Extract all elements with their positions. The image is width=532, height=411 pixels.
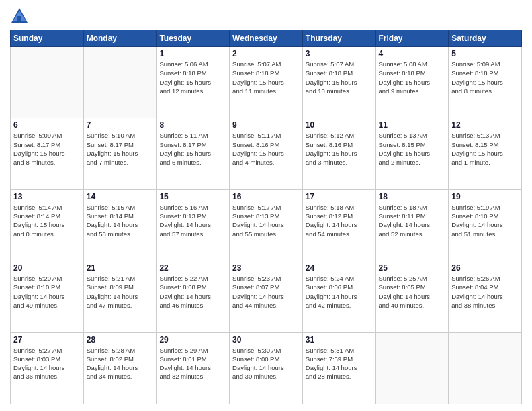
- day-info: Sunrise: 5:22 AM Sunset: 8:08 PM Dayligh…: [159, 274, 226, 310]
- day-info: Sunrise: 5:18 AM Sunset: 8:12 PM Dayligh…: [306, 203, 373, 238]
- calendar-cell: 28Sunrise: 5:28 AM Sunset: 8:02 PM Dayli…: [83, 332, 157, 404]
- calendar-cell: [11, 47, 84, 118]
- weekday-header-saturday: Saturday: [449, 30, 522, 47]
- day-info: Sunrise: 5:15 AM Sunset: 8:14 PM Dayligh…: [87, 203, 154, 238]
- day-number: 12: [451, 120, 519, 130]
- weekday-header-row: SundayMondayTuesdayWednesdayThursdayFrid…: [11, 30, 522, 47]
- weekday-header-tuesday: Tuesday: [157, 30, 230, 47]
- day-info: Sunrise: 5:23 AM Sunset: 8:07 PM Dayligh…: [232, 274, 300, 310]
- calendar-cell: 24Sunrise: 5:24 AM Sunset: 8:06 PM Dayli…: [302, 261, 375, 332]
- calendar-cell: 8Sunrise: 5:11 AM Sunset: 8:17 PM Daylig…: [157, 118, 230, 189]
- day-info: Sunrise: 5:07 AM Sunset: 8:18 PM Dayligh…: [232, 60, 300, 95]
- day-number: 29: [159, 335, 226, 345]
- calendar-cell: 7Sunrise: 5:10 AM Sunset: 8:17 PM Daylig…: [83, 118, 157, 189]
- calendar-cell: 21Sunrise: 5:21 AM Sunset: 8:09 PM Dayli…: [83, 261, 157, 332]
- calendar-week-4: 20Sunrise: 5:20 AM Sunset: 8:10 PM Dayli…: [11, 261, 522, 332]
- calendar-cell: 29Sunrise: 5:29 AM Sunset: 8:01 PM Dayli…: [157, 332, 230, 404]
- calendar-cell: 31Sunrise: 5:31 AM Sunset: 7:59 PM Dayli…: [302, 332, 375, 404]
- day-info: Sunrise: 5:07 AM Sunset: 8:18 PM Dayligh…: [306, 60, 373, 95]
- day-info: Sunrise: 5:18 AM Sunset: 8:11 PM Dayligh…: [379, 203, 446, 238]
- day-info: Sunrise: 5:06 AM Sunset: 8:18 PM Dayligh…: [159, 60, 226, 95]
- calendar-cell: 22Sunrise: 5:22 AM Sunset: 8:08 PM Dayli…: [157, 261, 230, 332]
- calendar-cell: 12Sunrise: 5:13 AM Sunset: 8:15 PM Dayli…: [449, 118, 522, 189]
- day-number: 2: [232, 49, 300, 58]
- day-info: Sunrise: 5:09 AM Sunset: 8:17 PM Dayligh…: [13, 131, 81, 167]
- day-number: 24: [306, 263, 373, 273]
- day-number: 28: [87, 335, 154, 345]
- day-number: 17: [306, 192, 373, 201]
- day-info: Sunrise: 5:13 AM Sunset: 8:15 PM Dayligh…: [379, 131, 446, 167]
- calendar-table: SundayMondayTuesdayWednesdayThursdayFrid…: [10, 30, 522, 404]
- calendar-cell: 30Sunrise: 5:30 AM Sunset: 8:00 PM Dayli…: [230, 332, 303, 404]
- day-info: Sunrise: 5:28 AM Sunset: 8:02 PM Dayligh…: [87, 346, 154, 381]
- weekday-header-thursday: Thursday: [302, 30, 375, 47]
- day-info: Sunrise: 5:26 AM Sunset: 8:04 PM Dayligh…: [451, 274, 519, 310]
- day-number: 13: [13, 192, 81, 201]
- calendar-cell: 27Sunrise: 5:27 AM Sunset: 8:03 PM Dayli…: [11, 332, 84, 404]
- calendar-cell: 26Sunrise: 5:26 AM Sunset: 8:04 PM Dayli…: [449, 261, 522, 332]
- weekday-header-wednesday: Wednesday: [230, 30, 303, 47]
- day-number: 25: [379, 263, 446, 273]
- header: [10, 7, 522, 26]
- day-info: Sunrise: 5:24 AM Sunset: 8:06 PM Dayligh…: [306, 274, 373, 310]
- day-info: Sunrise: 5:31 AM Sunset: 7:59 PM Dayligh…: [306, 346, 373, 381]
- day-info: Sunrise: 5:11 AM Sunset: 8:17 PM Dayligh…: [159, 131, 226, 167]
- calendar-cell: 23Sunrise: 5:23 AM Sunset: 8:07 PM Dayli…: [230, 261, 303, 332]
- day-info: Sunrise: 5:21 AM Sunset: 8:09 PM Dayligh…: [87, 274, 154, 310]
- day-info: Sunrise: 5:10 AM Sunset: 8:17 PM Dayligh…: [87, 131, 154, 167]
- day-info: Sunrise: 5:17 AM Sunset: 8:13 PM Dayligh…: [232, 203, 300, 238]
- calendar-week-1: 1Sunrise: 5:06 AM Sunset: 8:18 PM Daylig…: [11, 47, 522, 118]
- day-number: 18: [379, 192, 446, 201]
- day-number: 8: [159, 120, 226, 130]
- day-number: 31: [306, 335, 373, 345]
- day-info: Sunrise: 5:20 AM Sunset: 8:10 PM Dayligh…: [13, 274, 81, 310]
- weekday-header-monday: Monday: [83, 30, 157, 47]
- day-number: 22: [159, 263, 226, 273]
- day-number: 14: [87, 192, 154, 201]
- day-info: Sunrise: 5:16 AM Sunset: 8:13 PM Dayligh…: [159, 203, 226, 238]
- day-number: 3: [306, 49, 373, 58]
- logo-icon: [10, 7, 29, 26]
- calendar-cell: 19Sunrise: 5:19 AM Sunset: 8:10 PM Dayli…: [449, 189, 522, 261]
- calendar-cell: 5Sunrise: 5:09 AM Sunset: 8:18 PM Daylig…: [449, 47, 522, 118]
- calendar-cell: 25Sunrise: 5:25 AM Sunset: 8:05 PM Dayli…: [375, 261, 449, 332]
- calendar-cell: 20Sunrise: 5:20 AM Sunset: 8:10 PM Dayli…: [11, 261, 84, 332]
- day-number: 19: [451, 192, 519, 201]
- day-number: 23: [232, 263, 300, 273]
- calendar-cell: 17Sunrise: 5:18 AM Sunset: 8:12 PM Dayli…: [302, 189, 375, 261]
- calendar-week-3: 13Sunrise: 5:14 AM Sunset: 8:14 PM Dayli…: [11, 189, 522, 261]
- calendar-cell: 14Sunrise: 5:15 AM Sunset: 8:14 PM Dayli…: [83, 189, 157, 261]
- day-info: Sunrise: 5:09 AM Sunset: 8:18 PM Dayligh…: [451, 60, 519, 95]
- day-number: 26: [451, 263, 519, 273]
- day-number: 10: [306, 120, 373, 130]
- calendar-cell: 11Sunrise: 5:13 AM Sunset: 8:15 PM Dayli…: [375, 118, 449, 189]
- day-number: 20: [13, 263, 81, 273]
- day-number: 9: [232, 120, 300, 130]
- day-number: 27: [13, 335, 81, 345]
- day-info: Sunrise: 5:08 AM Sunset: 8:18 PM Dayligh…: [379, 60, 446, 95]
- calendar-cell: 16Sunrise: 5:17 AM Sunset: 8:13 PM Dayli…: [230, 189, 303, 261]
- calendar-cell: 2Sunrise: 5:07 AM Sunset: 8:18 PM Daylig…: [230, 47, 303, 118]
- logo: [10, 7, 32, 26]
- calendar-cell: 1Sunrise: 5:06 AM Sunset: 8:18 PM Daylig…: [157, 47, 230, 118]
- calendar-cell: 3Sunrise: 5:07 AM Sunset: 8:18 PM Daylig…: [302, 47, 375, 118]
- calendar-cell: 4Sunrise: 5:08 AM Sunset: 8:18 PM Daylig…: [375, 47, 449, 118]
- day-number: 30: [232, 335, 300, 345]
- day-number: 1: [159, 49, 226, 58]
- calendar-cell: 10Sunrise: 5:12 AM Sunset: 8:16 PM Dayli…: [302, 118, 375, 189]
- day-number: 4: [379, 49, 446, 58]
- calendar-week-5: 27Sunrise: 5:27 AM Sunset: 8:03 PM Dayli…: [11, 332, 522, 404]
- calendar-cell: 9Sunrise: 5:11 AM Sunset: 8:16 PM Daylig…: [230, 118, 303, 189]
- day-info: Sunrise: 5:25 AM Sunset: 8:05 PM Dayligh…: [379, 274, 446, 310]
- calendar-week-2: 6Sunrise: 5:09 AM Sunset: 8:17 PM Daylig…: [11, 118, 522, 189]
- day-info: Sunrise: 5:13 AM Sunset: 8:15 PM Dayligh…: [451, 131, 519, 167]
- page: SundayMondayTuesdayWednesdayThursdayFrid…: [0, 0, 532, 411]
- day-info: Sunrise: 5:30 AM Sunset: 8:00 PM Dayligh…: [232, 346, 300, 381]
- day-info: Sunrise: 5:27 AM Sunset: 8:03 PM Dayligh…: [13, 346, 81, 381]
- day-number: 6: [13, 120, 81, 130]
- day-info: Sunrise: 5:11 AM Sunset: 8:16 PM Dayligh…: [232, 131, 300, 167]
- calendar-cell: 18Sunrise: 5:18 AM Sunset: 8:11 PM Dayli…: [375, 189, 449, 261]
- svg-rect-2: [17, 16, 21, 21]
- calendar-cell: 15Sunrise: 5:16 AM Sunset: 8:13 PM Dayli…: [157, 189, 230, 261]
- calendar-cell: 6Sunrise: 5:09 AM Sunset: 8:17 PM Daylig…: [11, 118, 84, 189]
